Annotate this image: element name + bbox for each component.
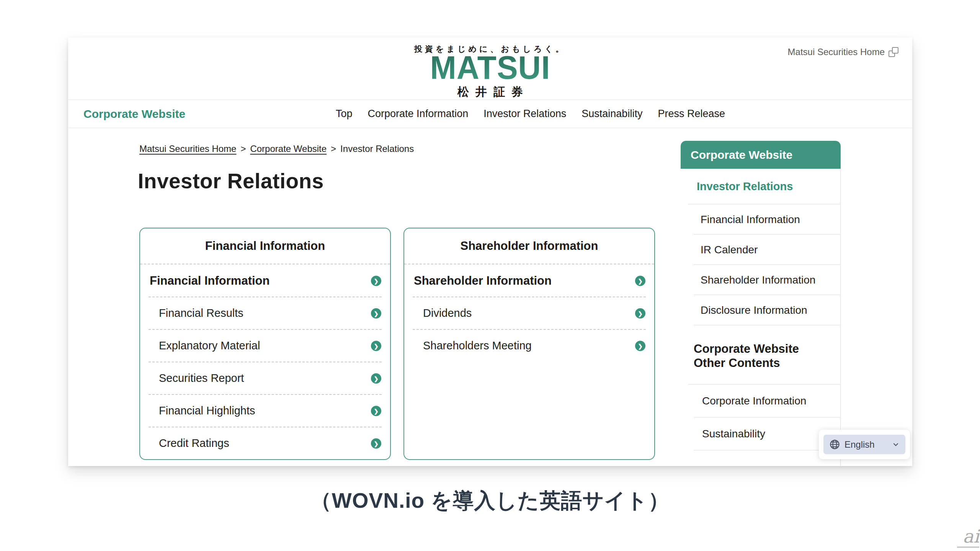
nav-item-sustainability[interactable]: Sustainability: [581, 108, 642, 120]
primary-navbar: Corporate Website Top Corporate Informat…: [68, 99, 912, 128]
nav-item-corporate-information[interactable]: Corporate Information: [368, 108, 469, 120]
card-link-label: Financial Information: [150, 274, 270, 288]
watermark-text: ai: [963, 526, 979, 547]
chevron-right-icon[interactable]: ❯: [371, 438, 381, 448]
sidebar-item-investor-relations-active[interactable]: Investor Relations: [681, 169, 840, 204]
card-link-financial-information[interactable]: Financial Information ❯: [140, 264, 390, 297]
card-link-label: Financial Results: [159, 307, 243, 320]
chevron-right-icon[interactable]: ❯: [635, 276, 645, 286]
card-title: Financial Information: [140, 228, 390, 264]
card-link-credit-ratings[interactable]: Credit Ratings ❯: [140, 427, 390, 460]
breadcrumb: Matsui Securities Home > Corporate Websi…: [139, 143, 414, 154]
card-link-financial-results[interactable]: Financial Results ❯: [140, 297, 390, 329]
globe-icon: [829, 439, 840, 450]
chevron-right-icon[interactable]: ❯: [635, 341, 645, 351]
sidebar-item-label: Shareholder Information: [701, 274, 815, 286]
chevron-right-icon[interactable]: ❯: [371, 373, 381, 383]
sidebar-item-shareholder-information[interactable]: Shareholder Information: [681, 265, 840, 295]
nav-item-top[interactable]: Top: [336, 108, 353, 120]
sidebar-heading-label: Corporate Website Other Contents: [694, 342, 799, 370]
page-title: Investor Relations: [138, 169, 324, 193]
card-link-shareholder-information[interactable]: Shareholder Information ❯: [404, 264, 654, 297]
breadcrumb-separator: >: [331, 143, 336, 154]
link-cards: Financial Information Financial Informat…: [139, 228, 655, 460]
card-link-shareholders-meeting[interactable]: Shareholders Meeting ❯: [404, 329, 654, 362]
card-title: Shareholder Information: [404, 228, 654, 264]
website-screenshot-page: 投資をまじめに、おもしろく。 MATSUI 松井証券 Matsui Securi…: [68, 37, 912, 466]
site-header: 投資をまじめに、おもしろく。 MATSUI 松井証券 Matsui Securi…: [68, 37, 912, 99]
sidebar-item-ir-calender[interactable]: IR Calender: [681, 235, 840, 265]
chevron-right-icon[interactable]: ❯: [371, 341, 381, 351]
sidebar-item-financial-information[interactable]: Financial Information: [681, 204, 840, 235]
sidebar-item-label: Investor Relations: [697, 180, 793, 193]
sidebar-body: Investor Relations Financial Information…: [681, 169, 841, 466]
chevron-right-icon[interactable]: ❯: [635, 308, 645, 318]
sidebar-item-label: Sustainability: [702, 428, 765, 440]
sidebar-header: Corporate Website: [681, 141, 841, 169]
language-selector-card: English: [819, 430, 910, 459]
sidebar: Corporate Website Investor Relations Fin…: [681, 141, 841, 466]
content-area: Matsui Securities Home > Corporate Websi…: [68, 128, 912, 466]
sidebar-item-label: Corporate Information: [702, 395, 806, 407]
home-link-label: Matsui Securities Home: [788, 47, 885, 57]
divider: [694, 450, 840, 450]
card-link-label: Securities Report: [159, 372, 244, 385]
chevron-right-icon[interactable]: ❯: [371, 406, 381, 416]
sidebar-item-disclosure-information[interactable]: Disclosure Information: [681, 295, 840, 325]
shareholder-information-card: Shareholder Information Shareholder Info…: [403, 228, 655, 460]
breadcrumb-current: Investor Relations: [340, 143, 414, 154]
breadcrumb-home-link[interactable]: Matsui Securities Home: [139, 143, 236, 154]
card-link-dividends[interactable]: Dividends ❯: [404, 297, 654, 329]
sidebar-item-sustainability[interactable]: Sustainability: [681, 417, 840, 450]
financial-information-card: Financial Information Financial Informat…: [139, 228, 391, 460]
chevron-right-icon[interactable]: ❯: [371, 276, 381, 286]
language-selector-value: English: [844, 439, 875, 450]
breadcrumb-separator: >: [240, 143, 246, 154]
matsui-logo[interactable]: 投資をまじめに、おもしろく。 MATSUI 松井証券: [414, 44, 566, 100]
nav-item-investor-relations[interactable]: Investor Relations: [483, 108, 566, 120]
language-selector[interactable]: English: [823, 435, 905, 454]
nav-corporate-website-label[interactable]: Corporate Website: [83, 108, 185, 121]
nav-item-press-release[interactable]: Press Release: [658, 108, 725, 120]
card-link-securities-report[interactable]: Securities Report ❯: [140, 362, 390, 395]
card-link-financial-highlights[interactable]: Financial Highlights ❯: [140, 395, 390, 427]
external-link-icon: [889, 47, 898, 57]
card-link-explanatory-material[interactable]: Explanatory Material ❯: [140, 329, 390, 362]
nav-list: Top Corporate Information Investor Relat…: [336, 108, 725, 120]
chevron-right-icon[interactable]: ❯: [371, 308, 381, 318]
matsui-securities-home-link[interactable]: Matsui Securities Home: [788, 47, 898, 57]
sidebar-item-label: IR Calender: [701, 244, 758, 256]
sidebar-other-contents-heading: Corporate Website Other Contents: [681, 325, 840, 385]
logo-japanese-name: 松井証券: [414, 84, 566, 100]
card-link-label: Financial Highlights: [159, 404, 255, 417]
card-link-label: Dividends: [423, 307, 472, 320]
sidebar-item-corporate-information[interactable]: Corporate Information: [681, 385, 840, 417]
card-link-label: Shareholders Meeting: [423, 339, 532, 352]
logo-wordmark: MATSUI: [414, 51, 566, 84]
card-link-label: Credit Ratings: [159, 437, 229, 450]
chevron-down-icon: [892, 441, 900, 448]
sidebar-item-label: Disclosure Information: [701, 304, 807, 316]
card-link-label: Shareholder Information: [414, 274, 552, 288]
card-link-label: Explanatory Material: [159, 339, 260, 352]
breadcrumb-corporate-website-link[interactable]: Corporate Website: [250, 143, 327, 154]
watermark-logo: ai: [957, 527, 979, 548]
figure-caption: （WOVN.io を導入した英語サイト）: [0, 487, 980, 515]
sidebar-item-label: Financial Information: [701, 214, 800, 226]
